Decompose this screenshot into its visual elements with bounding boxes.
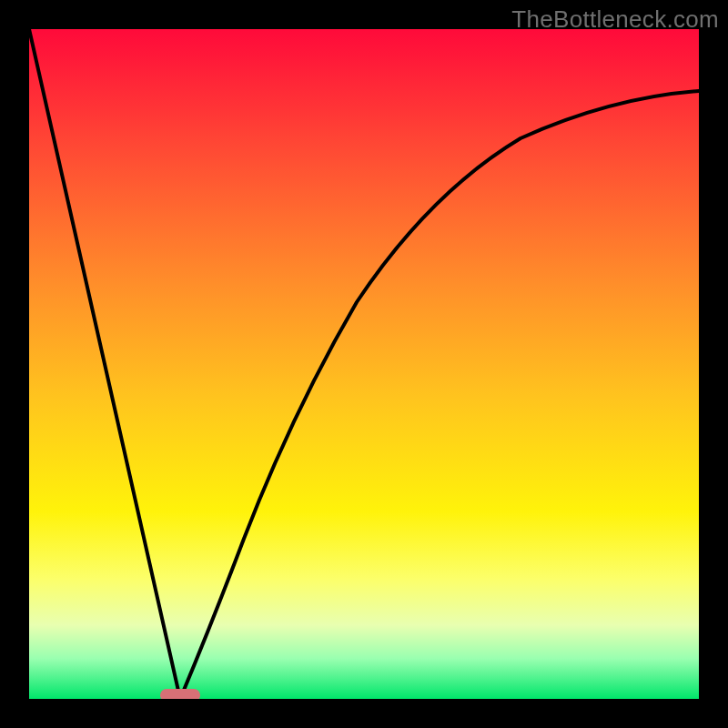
left-curve-line	[29, 29, 180, 699]
right-curve-line	[180, 91, 699, 699]
bottleneck-marker	[160, 689, 200, 699]
chart-frame: TheBottleneck.com	[0, 0, 728, 728]
curve-layer	[29, 29, 699, 699]
plot-area	[29, 29, 699, 699]
